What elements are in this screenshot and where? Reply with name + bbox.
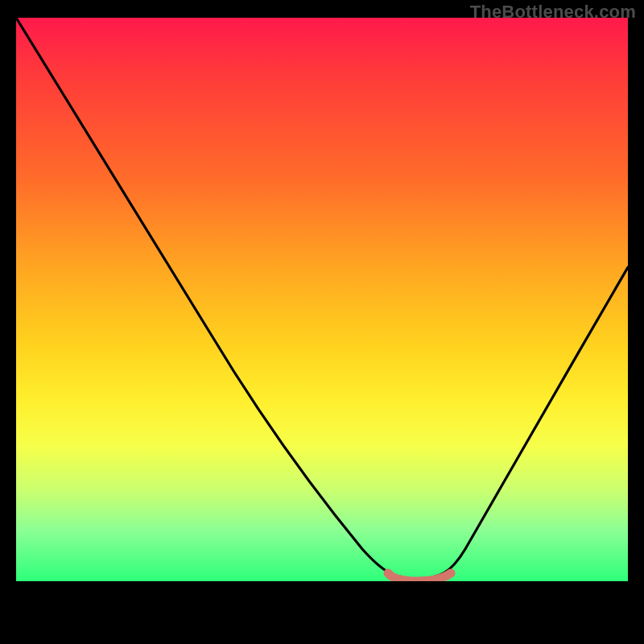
bottleneck-curve-path [16, 18, 628, 579]
chart-frame: TheBottleneck.com [0, 0, 644, 644]
curve-svg [16, 18, 628, 581]
x-axis-strip [16, 581, 628, 628]
watermark-text: TheBottleneck.com [470, 2, 636, 23]
sweet-spot-marker [388, 573, 451, 581]
plot-outer [16, 18, 628, 628]
